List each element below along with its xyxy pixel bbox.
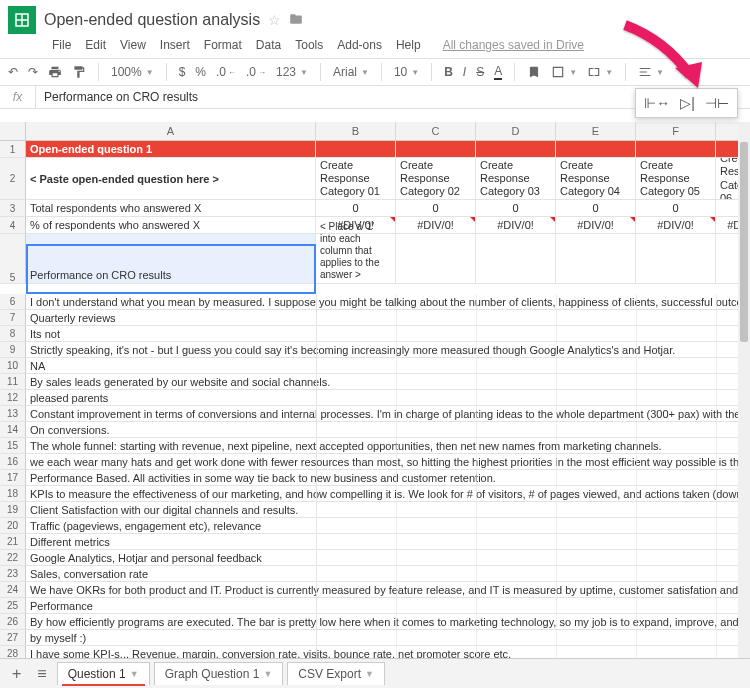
spreadsheet-grid[interactable]: A B C D E F G 1 Open-ended question 1 2 … bbox=[0, 122, 750, 284]
cell[interactable]: Strictly speaking, it's not - but I gues… bbox=[26, 342, 750, 358]
menu-edit[interactable]: Edit bbox=[85, 38, 106, 52]
cell[interactable] bbox=[476, 141, 556, 158]
row-header[interactable]: 15 bbox=[0, 438, 26, 454]
row-header[interactable]: 22 bbox=[0, 550, 26, 566]
cell[interactable] bbox=[396, 141, 476, 158]
row-header[interactable]: 3 bbox=[0, 200, 26, 217]
col-header-b[interactable]: B bbox=[316, 122, 396, 141]
row-header[interactable]: 9 bbox=[0, 342, 26, 358]
cell[interactable]: Sales, conversation rate bbox=[26, 566, 750, 582]
tab-graph-question-1[interactable]: Graph Question 1▼ bbox=[154, 662, 284, 685]
cell[interactable]: #DIV/0! bbox=[556, 217, 636, 234]
cell[interactable]: 0 bbox=[476, 200, 556, 217]
cell[interactable]: Create Response Category 05 bbox=[636, 158, 716, 200]
borders-icon[interactable]: ▼ bbox=[551, 65, 577, 79]
row-header[interactable]: 28 bbox=[0, 646, 26, 658]
zoom-select[interactable]: 100%▼ bbox=[111, 65, 154, 79]
row-header[interactable]: 10 bbox=[0, 358, 26, 374]
fontsize-select[interactable]: 10▼ bbox=[394, 65, 419, 79]
select-all-corner[interactable] bbox=[0, 122, 26, 141]
cell[interactable]: We have OKRs for both product and IT. Pr… bbox=[26, 582, 750, 598]
sheets-logo[interactable] bbox=[8, 6, 36, 34]
menu-addons[interactable]: Add-ons bbox=[337, 38, 382, 52]
cell[interactable]: Traffic (pageviews, engagement etc), rel… bbox=[26, 518, 750, 534]
cell[interactable]: Create Response Category 03 bbox=[476, 158, 556, 200]
format-dec-decrease[interactable]: .0← bbox=[216, 65, 236, 79]
row-header[interactable]: 21 bbox=[0, 534, 26, 550]
row-header[interactable]: 2 bbox=[0, 158, 26, 200]
cell[interactable]: Its not bbox=[26, 326, 750, 342]
cell[interactable]: 0 bbox=[396, 200, 476, 217]
all-sheets-button[interactable]: ≡ bbox=[31, 665, 52, 683]
cell[interactable]: < Paste open-ended question here > bbox=[26, 158, 316, 200]
col-header-c[interactable]: C bbox=[396, 122, 476, 141]
row-header[interactable]: 11 bbox=[0, 374, 26, 390]
menu-tools[interactable]: Tools bbox=[295, 38, 323, 52]
row-header[interactable]: 5 bbox=[0, 234, 26, 284]
document-title[interactable]: Open-ended question analysis bbox=[44, 11, 260, 29]
cell[interactable]: Create Response Category 04 bbox=[556, 158, 636, 200]
cell[interactable] bbox=[636, 234, 716, 284]
cell[interactable]: #DIV/0! bbox=[316, 217, 396, 234]
row-header[interactable]: 19 bbox=[0, 502, 26, 518]
format-currency[interactable]: $ bbox=[179, 65, 186, 79]
row-header[interactable]: 12 bbox=[0, 390, 26, 406]
cell[interactable]: Quarterly reviews bbox=[26, 310, 750, 326]
textcolor-button[interactable]: A bbox=[494, 64, 502, 80]
cell[interactable]: Client Satisfaction with our digital cha… bbox=[26, 502, 750, 518]
cell[interactable]: #DIV/0! bbox=[636, 217, 716, 234]
cell[interactable]: NA bbox=[26, 358, 750, 374]
menu-view[interactable]: View bbox=[120, 38, 146, 52]
cell[interactable]: Constant improvement in terms of convers… bbox=[26, 406, 750, 422]
row-header[interactable]: 14 bbox=[0, 422, 26, 438]
format-dec-increase[interactable]: .0→ bbox=[246, 65, 266, 79]
halign-icon[interactable]: ▼ bbox=[638, 65, 664, 79]
cell[interactable]: Different metrics bbox=[26, 534, 750, 550]
col-header-e[interactable]: E bbox=[556, 122, 636, 141]
print-icon[interactable] bbox=[48, 65, 62, 79]
resize-narrow-icon[interactable]: ▷| bbox=[680, 95, 695, 111]
format-percent[interactable]: % bbox=[195, 65, 206, 79]
tab-csv-export[interactable]: CSV Export▼ bbox=[287, 662, 385, 685]
font-select[interactable]: Arial▼ bbox=[333, 65, 369, 79]
row-header[interactable]: 25 bbox=[0, 598, 26, 614]
italic-button[interactable]: I bbox=[463, 65, 466, 79]
cell[interactable]: Open-ended question 1 bbox=[26, 141, 316, 158]
cell[interactable]: 0 bbox=[316, 200, 396, 217]
paint-format-icon[interactable] bbox=[72, 65, 86, 79]
folder-icon[interactable] bbox=[289, 12, 303, 29]
cell[interactable] bbox=[556, 234, 636, 284]
col-header-d[interactable]: D bbox=[476, 122, 556, 141]
row-header[interactable]: 6 bbox=[0, 294, 26, 310]
cell[interactable]: Create Response Category 01 bbox=[316, 158, 396, 200]
vertical-scrollbar[interactable] bbox=[738, 122, 750, 658]
row-header[interactable]: 27 bbox=[0, 630, 26, 646]
cell[interactable] bbox=[636, 141, 716, 158]
tab-question-1[interactable]: Question 1▼ bbox=[57, 662, 150, 685]
cell[interactable]: I don't understand what you mean by meas… bbox=[26, 294, 750, 310]
menu-data[interactable]: Data bbox=[256, 38, 281, 52]
cell[interactable]: By how efficiently programs are executed… bbox=[26, 614, 750, 630]
menu-file[interactable]: File bbox=[52, 38, 71, 52]
cell[interactable]: we each wear many hats and get work done… bbox=[26, 454, 750, 470]
cell[interactable] bbox=[476, 234, 556, 284]
cell[interactable]: by myself :) bbox=[26, 630, 750, 646]
cell[interactable]: By sales leads generated by our website … bbox=[26, 374, 750, 390]
cell[interactable]: #DIV/0! bbox=[476, 217, 556, 234]
row-header[interactable]: 16 bbox=[0, 454, 26, 470]
cell[interactable]: Performance Based. All activities in som… bbox=[26, 470, 750, 486]
cell[interactable]: Create Response Category 02 bbox=[396, 158, 476, 200]
cell[interactable]: On conversions. bbox=[26, 422, 750, 438]
bold-button[interactable]: B bbox=[444, 65, 453, 79]
add-sheet-button[interactable]: + bbox=[6, 665, 27, 683]
menu-help[interactable]: Help bbox=[396, 38, 421, 52]
cell[interactable]: The whole funnel: starting with revenue,… bbox=[26, 438, 750, 454]
row-header[interactable]: 20 bbox=[0, 518, 26, 534]
cell-selected[interactable]: Performance on CRO results bbox=[26, 234, 316, 284]
cell[interactable]: KPIs to measure the effectiveness of our… bbox=[26, 486, 750, 502]
cell[interactable]: Total respondents who answered X bbox=[26, 200, 316, 217]
col-header-a[interactable]: A bbox=[26, 122, 316, 141]
resize-fit-icon[interactable]: ⊩↔ bbox=[644, 95, 670, 111]
row-header[interactable]: 13 bbox=[0, 406, 26, 422]
star-icon[interactable]: ☆ bbox=[268, 12, 281, 28]
